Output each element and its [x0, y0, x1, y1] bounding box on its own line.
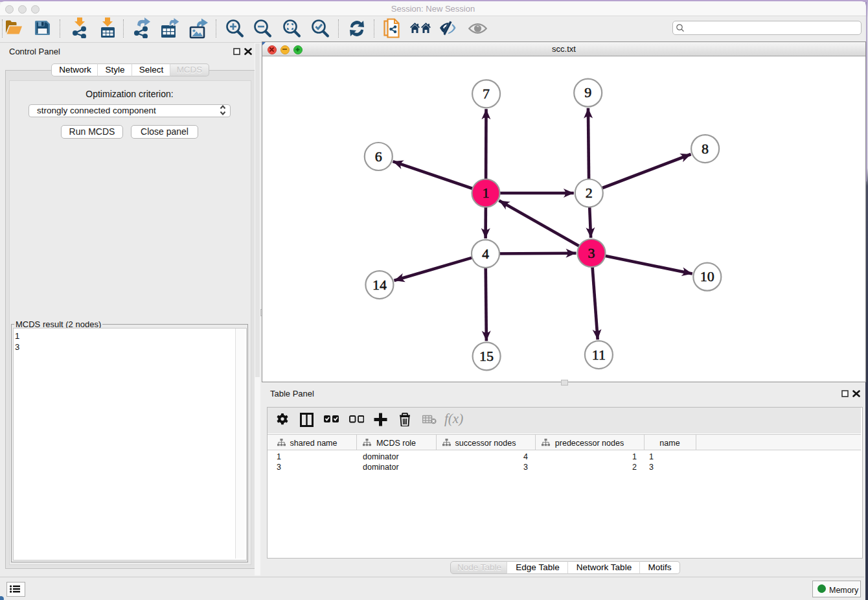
svg-text:8: 8 [702, 141, 709, 157]
svg-text:15: 15 [479, 348, 494, 364]
svg-text:10: 10 [700, 268, 714, 284]
svg-text:4: 4 [482, 246, 489, 262]
svg-text:1: 1 [483, 185, 490, 201]
svg-text:14: 14 [372, 277, 387, 293]
svg-text:11: 11 [592, 347, 606, 363]
svg-text:6: 6 [375, 148, 382, 165]
svg-text:9: 9 [584, 84, 591, 100]
svg-text:3: 3 [588, 245, 595, 261]
svg-text:2: 2 [586, 185, 593, 201]
svg-text:7: 7 [483, 86, 490, 102]
